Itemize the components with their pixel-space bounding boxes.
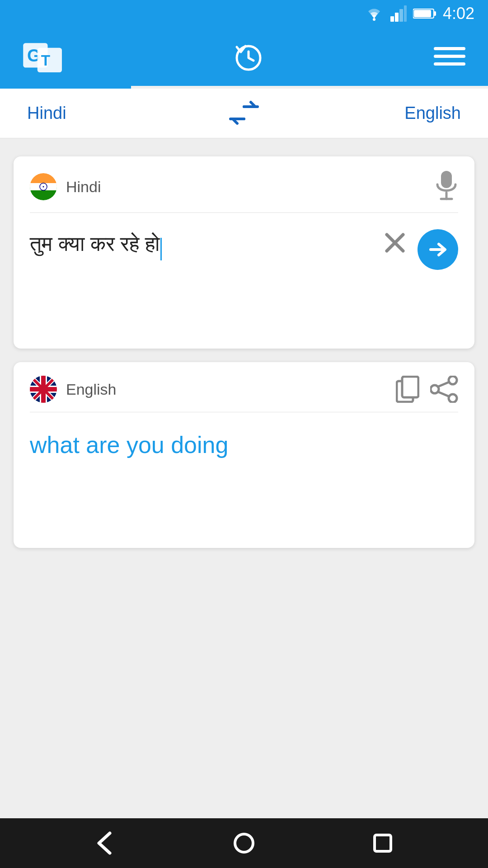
copy-button[interactable] xyxy=(396,376,419,403)
bottom-nav xyxy=(0,818,488,868)
clear-icon xyxy=(383,231,407,255)
back-button[interactable] xyxy=(87,825,123,861)
menu-button[interactable] xyxy=(434,45,465,68)
source-language-label[interactable]: Hindi xyxy=(27,104,117,123)
translation-text-area: what are you doing xyxy=(14,412,474,548)
svg-point-21 xyxy=(43,186,44,188)
target-language-label[interactable]: English xyxy=(371,104,461,123)
translation-card-header: English xyxy=(14,362,474,412)
text-cursor xyxy=(160,238,162,260)
history-button[interactable] xyxy=(233,41,264,72)
signal-icon xyxy=(390,5,407,22)
source-card-actions xyxy=(435,170,458,203)
share-button[interactable] xyxy=(430,376,458,403)
svg-rect-46 xyxy=(375,835,391,851)
source-text-area[interactable]: तुम क्या कर रहे हो xyxy=(14,213,474,349)
back-icon xyxy=(94,831,117,855)
recents-button[interactable] xyxy=(365,825,401,861)
svg-rect-39 xyxy=(402,377,418,397)
source-card-language: Hindi xyxy=(66,178,101,196)
menu-icon xyxy=(434,45,465,68)
svg-point-0 xyxy=(373,18,375,21)
recents-icon xyxy=(371,831,394,855)
share-icon xyxy=(430,376,458,403)
svg-rect-13 xyxy=(434,47,465,50)
main-content: Hindi तुम क्या कर रहे हो xyxy=(0,138,488,818)
app-bar: G T xyxy=(0,27,488,86)
microphone-button[interactable] xyxy=(435,170,458,203)
clear-button[interactable] xyxy=(381,229,408,256)
microphone-icon xyxy=(435,170,458,202)
home-button[interactable] xyxy=(226,825,262,861)
svg-rect-6 xyxy=(414,10,431,17)
svg-line-44 xyxy=(438,392,449,396)
swap-languages-icon xyxy=(226,100,262,127)
translate-arrow-icon xyxy=(426,238,450,261)
svg-line-43 xyxy=(438,382,449,387)
home-icon xyxy=(232,831,256,855)
battery-icon xyxy=(413,7,436,20)
google-translate-icon: G T xyxy=(23,41,63,72)
svg-rect-1 xyxy=(390,16,394,22)
translate-button[interactable] xyxy=(418,229,458,270)
status-icons: 4:02 xyxy=(364,4,474,23)
translated-text: what are you doing xyxy=(30,432,228,458)
source-card: Hindi तुम क्या कर रहे हो xyxy=(14,156,474,349)
uk-flag xyxy=(30,376,57,403)
source-card-header: Hindi xyxy=(14,156,474,212)
app-logo[interactable]: G T xyxy=(23,41,63,72)
source-controls xyxy=(381,229,458,270)
history-icon xyxy=(233,41,264,72)
svg-rect-7 xyxy=(434,11,436,16)
svg-rect-3 xyxy=(399,9,403,22)
swap-languages-button[interactable] xyxy=(226,100,262,127)
svg-point-45 xyxy=(235,834,253,852)
svg-text:T: T xyxy=(41,52,50,69)
translation-card-actions xyxy=(396,376,458,403)
svg-rect-15 xyxy=(434,62,465,66)
svg-rect-4 xyxy=(404,5,407,22)
svg-point-40 xyxy=(449,376,457,384)
status-time: 4:02 xyxy=(443,4,474,23)
language-selector: Hindi English xyxy=(0,89,488,138)
translation-lang-info: English xyxy=(30,376,117,403)
source-lang-info: Hindi xyxy=(30,173,101,200)
translation-card-language: English xyxy=(66,381,117,398)
svg-rect-22 xyxy=(441,171,452,188)
india-flag xyxy=(30,173,57,200)
source-input-text: तुम क्या कर रहे हो xyxy=(30,232,160,255)
translation-card: English xyxy=(14,362,474,548)
svg-rect-14 xyxy=(434,55,465,58)
status-bar: 4:02 xyxy=(0,0,488,27)
wifi-icon xyxy=(364,5,384,22)
svg-rect-2 xyxy=(395,13,399,22)
svg-point-41 xyxy=(449,394,457,402)
copy-icon xyxy=(396,376,419,403)
